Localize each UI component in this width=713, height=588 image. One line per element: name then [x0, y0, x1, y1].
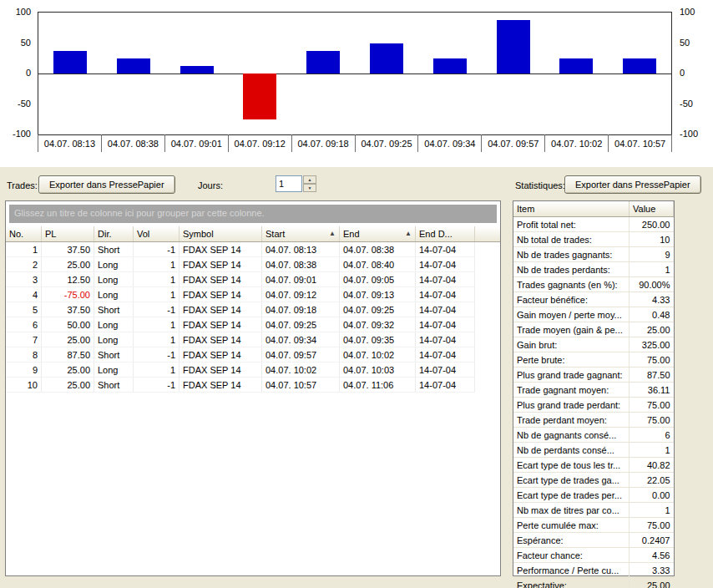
stat-row[interactable]: Trades gagnants (en %):90.00%	[513, 277, 674, 292]
trade-cell: 1	[134, 287, 180, 302]
stat-row[interactable]: Ecart type de trades ga...22.05	[513, 473, 674, 488]
stat-value-cell: 90.00%	[630, 277, 674, 292]
spin-down-icon: ▼	[308, 185, 312, 190]
column-label: Start	[265, 229, 285, 239]
trades-column-header[interactable]: Dir.	[94, 226, 134, 242]
trade-row[interactable]: 312.50Long1FDAX SEP 1404.07. 09:0104.07.…	[6, 272, 500, 287]
trade-cell: FDAX SEP 14	[180, 242, 262, 257]
chart-x-tick-label: 04.07. 09:57	[481, 134, 544, 152]
trade-row[interactable]: 537.50Short-1FDAX SEP 1404.07. 09:1804.0…	[6, 302, 500, 317]
stat-row[interactable]: Gain brut:325.00	[513, 337, 674, 352]
trade-cell-filler	[475, 287, 501, 302]
trade-row[interactable]: 225.00Long1FDAX SEP 1404.07. 08:3804.07.…	[6, 257, 500, 272]
trade-cell: 14-07-04	[416, 242, 475, 257]
chart-x-tick-label: 04.07. 09:01	[164, 134, 228, 152]
stat-value-cell: 1	[630, 443, 674, 458]
trade-row[interactable]: 137.50Short-1FDAX SEP 1404.07. 08:1304.0…	[6, 242, 500, 257]
trade-cell: 14-07-04	[416, 332, 475, 347]
stat-row[interactable]: Performance / Perte cu...3.33	[513, 563, 674, 578]
export-trades-button[interactable]: Exporter dans PressePapier	[38, 175, 175, 194]
trades-column-header[interactable]: End D...	[416, 226, 475, 242]
stat-row[interactable]: Espérance:0.2407	[513, 533, 674, 548]
trade-cell: Short	[94, 242, 134, 257]
chart-x-tick-label: 04.07. 08:38	[101, 134, 164, 152]
trades-header-filler	[475, 226, 501, 242]
trades-column-header[interactable]: No.	[6, 226, 42, 242]
trade-cell-filler	[475, 378, 501, 393]
stat-row[interactable]: Ecart type de tous les tr...40.82	[513, 458, 674, 473]
stat-row[interactable]: Trade moyen (gain & pe...25.00	[513, 322, 674, 337]
trade-cell: FDAX SEP 14	[180, 257, 262, 272]
trades-column-header[interactable]: PL	[42, 226, 94, 242]
stat-row[interactable]: Profit total net:250.00	[513, 217, 674, 232]
trade-row[interactable]: 4-75.00Long1FDAX SEP 1404.07. 09:1204.07…	[6, 287, 500, 302]
stat-row[interactable]: Plus grand trade gagnant:87.50	[513, 368, 674, 383]
trade-row[interactable]: 650.00Long1FDAX SEP 1404.07. 09:2504.07.…	[6, 317, 500, 332]
stat-row[interactable]: Plus grand trade perdant:75.00	[513, 398, 674, 413]
stat-row[interactable]: Facteur bénéfice:4.33	[513, 292, 674, 307]
trade-cell: 37.50	[42, 242, 94, 257]
main-area: Glissez un titre de colonne ici pour gro…	[0, 200, 713, 588]
stat-row[interactable]: Trade gagnant moyen:36.11	[513, 383, 674, 398]
trades-column-header[interactable]: End▲	[340, 226, 416, 242]
stat-item-cell: Facteur chance:	[513, 548, 630, 563]
stat-row[interactable]: Perte cumulée max:75.00	[513, 518, 674, 533]
chart-y-tick-label: -100	[0, 129, 33, 139]
spin-down-button[interactable]: ▼	[303, 184, 316, 192]
chart-x-tick-label: 04.07. 08:13	[38, 134, 101, 152]
trade-cell-filler	[475, 302, 501, 317]
group-by-drop-zone[interactable]: Glissez un titre de colonne ici pour gro…	[9, 205, 497, 223]
stats-column-header[interactable]: Item	[513, 201, 630, 217]
trade-cell: 04.07. 09:05	[340, 272, 416, 287]
stat-value-cell: 1	[630, 503, 674, 518]
stat-row[interactable]: Nb de trades gagnants:9	[513, 247, 674, 262]
trade-cell: Short	[94, 302, 134, 317]
trade-cell: 04.07. 10:02	[262, 362, 340, 378]
trades-column-header[interactable]: Vol	[134, 226, 180, 242]
stat-row[interactable]: Facteur chance:4.56	[513, 548, 674, 563]
stat-row[interactable]: Ecart type de trades per...0.00	[513, 488, 674, 503]
trade-cell-filler	[475, 347, 501, 362]
trade-cell: Long	[94, 272, 134, 287]
trade-cell: 04.07. 09:35	[340, 332, 416, 347]
stat-row[interactable]: Expectative:25.00	[513, 578, 674, 588]
trade-row[interactable]: 1025.00Short-1FDAX SEP 1404.07. 10:5704.…	[6, 378, 500, 393]
chart-zero-line	[38, 74, 671, 74]
stat-row[interactable]: Nb de gagnants consé...6	[513, 428, 674, 443]
spin-up-button[interactable]: ▲	[303, 175, 316, 184]
trade-row[interactable]: 925.00Long1FDAX SEP 1404.07. 10:0204.07.…	[6, 362, 500, 378]
stat-value-cell: 25.00	[630, 322, 674, 337]
trade-cell: -1	[134, 242, 180, 257]
chart-y-tick-label: 100	[676, 7, 713, 17]
trade-cell: FDAX SEP 14	[180, 287, 262, 302]
stat-value-cell: 0.48	[630, 307, 674, 322]
export-stats-button[interactable]: Exporter dans PressePapier	[564, 175, 701, 194]
stat-value-cell: 0.2407	[630, 533, 674, 548]
stat-row[interactable]: Perte brute:75.00	[513, 352, 674, 368]
trade-row[interactable]: 725.00Long1FDAX SEP 1404.07. 09:3404.07.…	[6, 332, 500, 347]
trade-cell-filler	[475, 332, 501, 347]
trade-cell: 14-07-04	[416, 347, 475, 362]
stat-row[interactable]: Nb total de trades:10	[513, 232, 674, 247]
trade-cell: -1	[134, 347, 180, 362]
trade-cell: 1	[6, 242, 42, 257]
stat-item-cell: Nb total de trades:	[513, 232, 630, 247]
stat-row[interactable]: Gain moyen / perte moy...0.48	[513, 307, 674, 322]
stat-item-cell: Nb de perdants consé...	[513, 443, 630, 458]
trade-cell: 9	[6, 362, 42, 378]
jours-input[interactable]	[276, 175, 302, 192]
trade-cell: 04.07. 10:02	[340, 347, 416, 362]
stat-value-cell: 3.33	[630, 563, 674, 578]
trades-column-header[interactable]: Start▲	[262, 226, 340, 242]
stat-row[interactable]: Trade perdant moyen:75.00	[513, 413, 674, 428]
stat-row[interactable]: Nb de perdants consé...1	[513, 443, 674, 458]
stat-row[interactable]: Nb max de titres par co...1	[513, 503, 674, 518]
trade-row[interactable]: 887.50Short-1FDAX SEP 1404.07. 09:5704.0…	[6, 347, 500, 362]
trades-column-header[interactable]: Symbol	[180, 226, 262, 242]
stat-value-cell: 0.00	[630, 488, 674, 503]
stats-column-header[interactable]: Value	[630, 201, 674, 217]
stat-row[interactable]: Nb de trades perdants:1	[513, 262, 674, 277]
stat-item-cell: Trade perdant moyen:	[513, 413, 630, 428]
trade-cell: 04.07. 08:13	[262, 242, 340, 257]
stat-item-cell: Ecart type de trades ga...	[513, 473, 630, 488]
